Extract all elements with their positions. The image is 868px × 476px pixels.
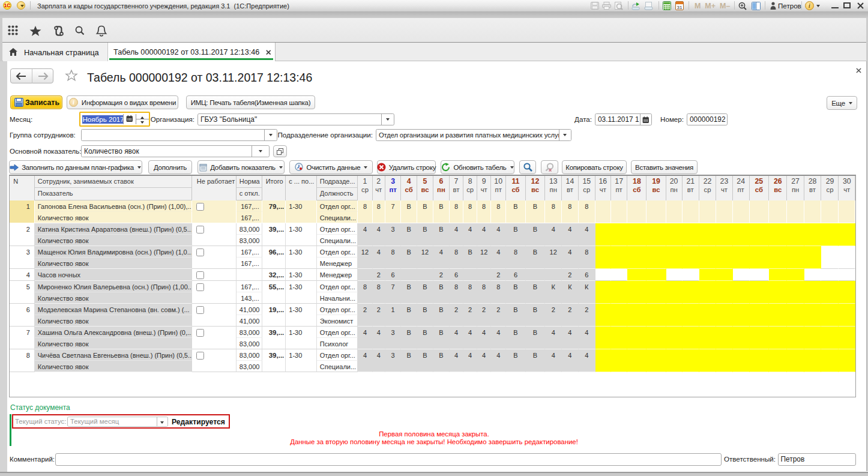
svg-text:31: 31 — [677, 5, 683, 10]
